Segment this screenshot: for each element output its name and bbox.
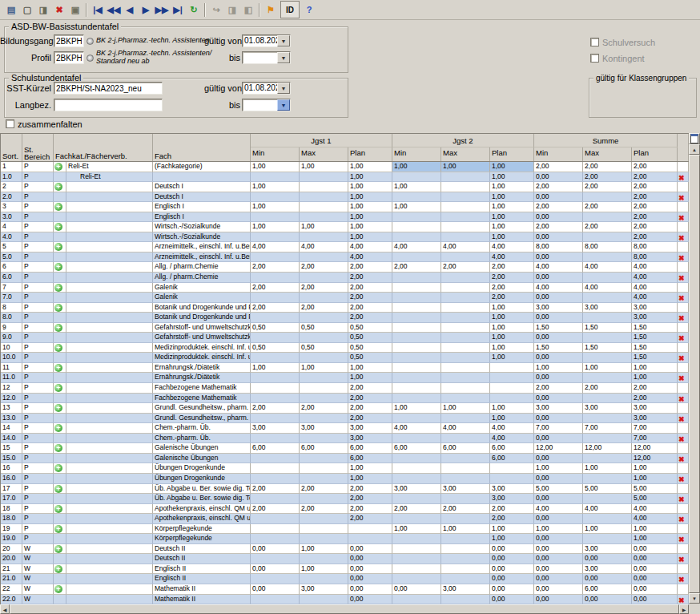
cell-value[interactable]: 1,00 [632, 363, 678, 374]
cell-value[interactable]: 2,00 [534, 222, 583, 232]
next-record-button[interactable]: ▶ [138, 2, 154, 18]
cell-value[interactable]: 1,00 [490, 192, 534, 203]
cell-value[interactable] [300, 463, 348, 474]
delete-row-icon[interactable]: ✖ [678, 214, 685, 222]
cell-value[interactable] [441, 373, 490, 383]
cell-value[interactable]: 0,00 [534, 252, 583, 263]
cell-value[interactable] [583, 293, 632, 303]
cell-value[interactable]: 0,00 [534, 313, 583, 323]
cell-value[interactable]: 12,00 [534, 443, 583, 454]
cell-value[interactable] [392, 544, 441, 555]
table-row[interactable]: 3.0PEnglisch I1,001,000,002,00✖ [1, 212, 690, 223]
table-row[interactable]: 18.0PApothekenpraxis, einschl. QM u. ...… [1, 514, 690, 524]
cell-value[interactable] [392, 363, 441, 374]
cell-value[interactable]: 2,00 [583, 222, 632, 232]
cell-value[interactable]: 1,00 [490, 403, 534, 414]
cell-value[interactable] [392, 383, 441, 394]
cell-value[interactable]: 3,00 [300, 423, 348, 434]
cell-value[interactable] [441, 494, 490, 504]
add-subject-icon[interactable]: + [54, 304, 62, 312]
cell-value[interactable]: 3,00 [490, 494, 534, 504]
delete-row-icon[interactable]: ✖ [678, 415, 685, 423]
cell-value[interactable]: 1,00 [348, 212, 392, 223]
table-row[interactable]: 18P+Apothekenpraxis, einschl. QM u. ...2… [1, 504, 690, 515]
cell-value[interactable]: 2,00 [300, 504, 348, 515]
cell-value[interactable]: 2,00 [251, 303, 300, 313]
fast-prev-button[interactable]: ◀◀ [106, 2, 122, 18]
cell-value[interactable]: 4,00 [300, 242, 348, 252]
cell-value[interactable]: 2,00 [632, 383, 678, 394]
scroll-left-icon[interactable]: ◀ [0, 604, 10, 614]
cell-value[interactable]: 0,00 [632, 564, 678, 575]
cell-value[interactable]: 2,00 [348, 262, 392, 273]
cell-value[interactable] [300, 554, 348, 564]
cell-value[interactable] [583, 273, 632, 283]
cell-value[interactable]: 4,00 [583, 504, 632, 515]
cell-value[interactable]: 1,00 [490, 313, 534, 323]
add-subject-icon[interactable]: + [54, 364, 62, 372]
cell-value[interactable] [441, 463, 490, 474]
cell-value[interactable]: 2,00 [632, 162, 678, 172]
cell-value[interactable] [441, 554, 490, 564]
cell-value[interactable] [300, 212, 348, 223]
last-record-button[interactable]: ▶| [170, 2, 186, 18]
cell-value[interactable]: 1,00 [632, 534, 678, 544]
cell-value[interactable] [300, 514, 348, 524]
cell-value[interactable]: 4,00 [441, 423, 490, 434]
cell-value[interactable]: 0,00 [583, 574, 632, 584]
cell-value[interactable]: 0,00 [534, 544, 583, 555]
cell-value[interactable]: 6,00 [490, 454, 534, 464]
cell-value[interactable] [392, 252, 441, 263]
cell-value[interactable]: 1,00 [534, 524, 583, 535]
cell-value[interactable]: 2,00 [632, 222, 678, 232]
cell-value[interactable]: 3,00 [583, 564, 632, 575]
cell-value[interactable]: 7,00 [632, 434, 678, 444]
cell-value[interactable]: 2,00 [583, 182, 632, 192]
cell-value[interactable]: 2,00 [632, 172, 678, 183]
add-subject-icon[interactable]: + [54, 485, 62, 493]
delete-row-icon[interactable]: ✖ [678, 254, 685, 262]
cell-value[interactable] [392, 293, 441, 303]
cell-value[interactable] [300, 353, 348, 363]
profil-lookup-icon[interactable] [86, 55, 94, 62]
cell-value[interactable]: 8,00 [534, 242, 583, 252]
cell-value[interactable]: 2,00 [583, 162, 632, 172]
cell-value[interactable] [490, 363, 534, 374]
new-record-button[interactable]: ▢ [19, 2, 35, 18]
cell-value[interactable] [251, 252, 300, 263]
cell-value[interactable] [348, 524, 392, 535]
cell-value[interactable]: 1,00 [392, 182, 441, 192]
langbez-input[interactable] [54, 99, 163, 111]
cell-value[interactable]: 0,00 [534, 373, 583, 383]
cell-value[interactable]: 2,00 [392, 504, 441, 515]
cell-value[interactable]: 0,50 [348, 323, 392, 333]
cell-value[interactable]: 0,00 [490, 595, 534, 605]
table-row[interactable]: 13.0PGrundl. Gesundheitsw., pharm. B...2… [1, 414, 690, 424]
table-row[interactable]: 21W+Englisch II0,001,000,000,000,003,000… [1, 564, 690, 575]
table-row[interactable]: 14.0PChem.-pharm. Üb.3,004,000,007,00✖ [1, 434, 690, 444]
cell-value[interactable]: 4,00 [441, 242, 490, 252]
cell-value[interactable]: 1,00 [251, 222, 300, 232]
cell-value[interactable] [441, 252, 490, 263]
cell-value[interactable]: 1,00 [251, 162, 300, 172]
cell-value[interactable]: 3,00 [583, 303, 632, 313]
horizontal-scrollbar[interactable]: ◀ ▶ [0, 604, 689, 614]
cell-value[interactable]: 1,00 [490, 162, 534, 172]
refresh-button[interactable]: ↻ [186, 2, 202, 18]
cell-value[interactable] [441, 574, 490, 584]
cell-value[interactable]: 1,00 [490, 222, 534, 232]
cell-value[interactable]: 1,00 [300, 222, 348, 232]
cell-value[interactable] [392, 554, 441, 564]
cell-value[interactable] [251, 383, 300, 394]
cell-value[interactable]: 0,50 [251, 343, 300, 353]
cell-value[interactable] [300, 383, 348, 394]
cell-value[interactable]: 1,00 [632, 524, 678, 535]
cell-value[interactable]: 1,00 [300, 544, 348, 555]
cell-value[interactable]: 1,00 [392, 162, 441, 172]
cell-value[interactable]: 0,00 [534, 554, 583, 564]
cell-value[interactable] [251, 353, 300, 363]
cell-value[interactable] [441, 434, 490, 444]
delete-row-icon[interactable]: ✖ [678, 535, 685, 543]
cell-value[interactable] [300, 454, 348, 464]
cell-value[interactable]: 2,00 [441, 504, 490, 515]
